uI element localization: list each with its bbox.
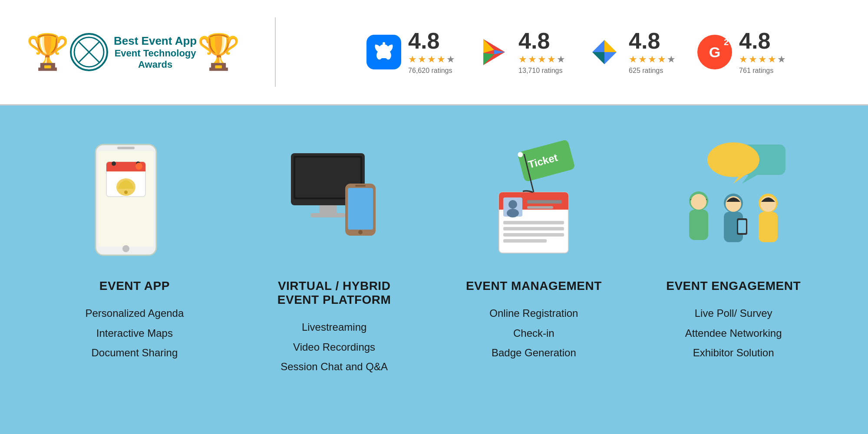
svg-point-4: [383, 42, 385, 45]
svg-marker-11: [592, 52, 604, 64]
svg-rect-46: [503, 239, 547, 243]
list-item: Exhibitor Solution: [685, 343, 782, 363]
g2-icon: G 2: [697, 35, 732, 69]
list-item: Attendee Networking: [685, 323, 782, 343]
list-item: Document Sharing: [85, 343, 184, 363]
svg-point-25: [135, 163, 142, 170]
event-management-icon-area: Ticket: [469, 132, 599, 270]
svg-rect-33: [355, 185, 366, 187]
header-divider: [275, 17, 276, 87]
right-laurel-icon: 🏆: [197, 35, 240, 69]
gplay-stars: ★ ★ ★ ★ ★: [518, 54, 565, 65]
ratings-section: 4.8 ★ ★ ★ ★ ★ 76,620 ratings: [310, 30, 842, 75]
gplay-rating-info: 4.8 ★ ★ ★ ★ ★ 13,710 ratings: [518, 30, 565, 75]
svg-point-16: [122, 245, 129, 252]
award-section: 🏆 Best Event App Event Technology Awards…: [26, 33, 240, 72]
svg-rect-29: [310, 213, 345, 217]
award-text: Best Event App Event Technology Awards: [114, 34, 197, 70]
appstore-score: 4.8: [408, 30, 455, 52]
svg-rect-55: [689, 210, 708, 240]
virtual-hybrid-illustration: [278, 136, 391, 266]
capterra-icon: [587, 35, 622, 69]
g2-score: 4.8: [739, 30, 786, 52]
gplay-score: 4.8: [518, 30, 565, 52]
svg-rect-41: [527, 200, 562, 204]
event-app-icon-area: [69, 132, 200, 270]
svg-rect-45: [503, 233, 564, 237]
svg-point-40: [507, 209, 519, 217]
capterra-count: 625 ratings: [629, 67, 676, 75]
event-app-illustration: [83, 136, 187, 266]
award-line2: Event Technology: [114, 48, 197, 59]
gplay-count: 13,710 ratings: [518, 67, 565, 75]
capterra-score: 4.8: [629, 30, 676, 52]
feature-event-engagement: EVENT ENGAGEMENT Live Poll/ Survey Atten…: [638, 132, 829, 363]
main-content: EVENT APP Personalized Agenda Interactiv…: [0, 105, 868, 434]
list-item: Check-in: [489, 323, 578, 343]
award-line1: Best Event App: [114, 34, 197, 48]
g2-rating-info: 4.8 ★ ★ ★ ★ ★ 761 ratings: [739, 30, 786, 75]
feature-event-management-list: Online Registration Check-in Badge Gener…: [489, 303, 578, 363]
svg-rect-28: [319, 205, 337, 214]
list-item: Live Poll/ Survey: [685, 303, 782, 323]
event-engagement-icon-area: [668, 132, 799, 270]
virtual-hybrid-icon-area: [269, 132, 399, 270]
svg-rect-42: [527, 206, 553, 209]
feature-event-engagement-list: Live Poll/ Survey Attendee Networking Ex…: [685, 303, 782, 363]
svg-rect-61: [759, 212, 778, 242]
appstore-rating: 4.8 ★ ★ ★ ★ ★ 76,620 ratings: [366, 30, 455, 75]
g2-stars: ★ ★ ★ ★ ★: [739, 54, 786, 65]
appstore-rating-info: 4.8 ★ ★ ★ ★ ★ 76,620 ratings: [408, 30, 455, 75]
feature-event-management: Ticket EVENT MANAGEMENT Online Registrat…: [438, 132, 629, 363]
gplay-rating: 4.8 ★ ★ ★ ★ ★ 13,710 ratings: [477, 30, 565, 75]
list-item: Badge Generation: [489, 343, 578, 363]
gplay-icon: [477, 35, 512, 69]
svg-point-20: [112, 161, 116, 166]
left-laurel-icon: 🏆: [26, 35, 69, 69]
header-section: 🏆 Best Event App Event Technology Awards…: [0, 0, 868, 104]
feature-event-engagement-title: EVENT ENGAGEMENT: [666, 279, 801, 293]
appstore-count: 76,620 ratings: [408, 67, 455, 75]
svg-point-52: [707, 142, 759, 177]
appstore-icon: [366, 35, 401, 69]
feature-event-app-title: EVENT APP: [99, 279, 170, 293]
svg-marker-51: [742, 175, 757, 184]
svg-point-34: [358, 230, 363, 234]
capterra-rating: 4.8 ★ ★ ★ ★ ★ 625 ratings: [587, 30, 676, 75]
event-management-illustration: Ticket: [477, 136, 590, 266]
list-item: Personalized Agenda: [85, 303, 184, 323]
list-item: Interactive Maps: [85, 323, 184, 343]
g2-count: 761 ratings: [739, 67, 786, 75]
svg-rect-64: [738, 220, 746, 233]
feature-event-app-list: Personalized Agenda Interactive Maps Doc…: [85, 303, 184, 363]
event-engagement-illustration: [673, 136, 794, 266]
appstore-stars: ★ ★ ★ ★ ★: [408, 54, 455, 65]
svg-point-56: [691, 194, 706, 210]
svg-rect-32: [348, 188, 373, 230]
feature-virtual-hybrid-list: Livestreaming Video Recordings Session C…: [281, 317, 388, 377]
list-item: Online Registration: [489, 303, 578, 323]
svg-rect-44: [503, 227, 564, 230]
feature-event-app: EVENT APP Personalized Agenda Interactiv…: [39, 132, 230, 363]
feature-virtual-hybrid: VIRTUAL / HYBRID EVENT PLATFORM Livestre…: [239, 132, 430, 377]
svg-rect-43: [503, 221, 564, 224]
feature-virtual-hybrid-title: VIRTUAL / HYBRID EVENT PLATFORM: [277, 279, 391, 307]
list-item: Livestreaming: [281, 317, 388, 337]
g2-rating: G 2 4.8 ★ ★ ★ ★ ★ 761 ratings: [697, 30, 786, 75]
svg-marker-10: [604, 40, 617, 52]
svg-marker-12: [604, 52, 617, 64]
svg-rect-15: [117, 147, 135, 149]
capterra-stars: ★ ★ ★ ★ ★: [629, 54, 676, 65]
list-item: Video Recordings: [281, 337, 388, 357]
award-line3: Awards: [114, 59, 197, 70]
svg-point-39: [508, 200, 517, 209]
award-badge-icon: [69, 33, 109, 72]
list-item: Session Chat and Q&A: [281, 357, 388, 377]
feature-event-management-title: EVENT MANAGEMENT: [466, 279, 602, 293]
svg-marker-9: [592, 40, 604, 52]
svg-point-24: [124, 191, 128, 194]
capterra-rating-info: 4.8 ★ ★ ★ ★ ★ 625 ratings: [629, 30, 676, 75]
